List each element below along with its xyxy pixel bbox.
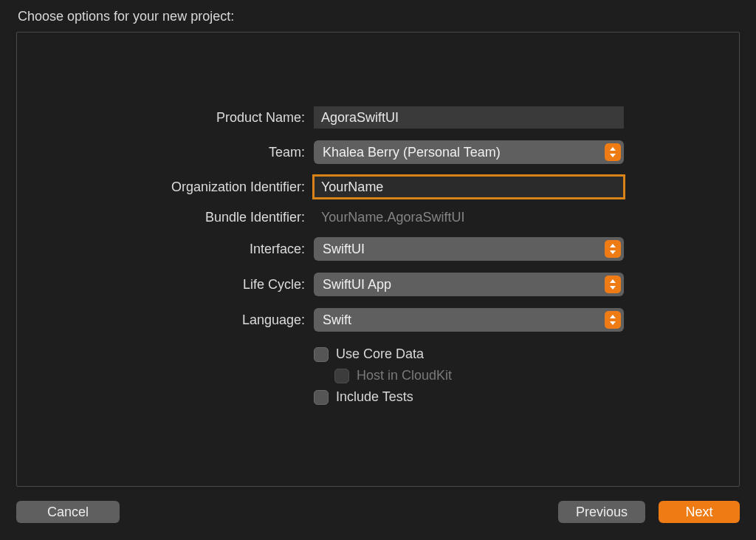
page-title: Choose options for your new project:	[18, 9, 740, 24]
checkbox-icon	[314, 390, 329, 405]
include-tests-checkbox[interactable]: Include Tests	[314, 389, 624, 405]
team-select[interactable]: Khalea Berry (Personal Team)	[314, 140, 624, 164]
team-label: Team:	[269, 145, 305, 160]
updown-stepper-icon	[605, 311, 621, 329]
updown-stepper-icon	[605, 276, 621, 293]
use-core-data-checkbox[interactable]: Use Core Data	[314, 346, 624, 362]
bundle-identifier-value: YourName.AgoraSwiftUI	[314, 210, 624, 225]
cancel-button[interactable]: Cancel	[16, 501, 120, 523]
interface-select[interactable]: SwiftUI	[314, 237, 624, 261]
bundle-identifier-label: Bundle Identifier:	[205, 210, 305, 225]
language-select-value: Swift	[323, 312, 351, 328]
product-name-label: Product Name:	[216, 110, 305, 126]
next-button[interactable]: Next	[659, 501, 740, 523]
language-select[interactable]: Swift	[314, 308, 624, 332]
updown-stepper-icon	[605, 240, 621, 258]
interface-label: Interface:	[250, 242, 305, 257]
checkbox-icon	[334, 369, 349, 383]
updown-stepper-icon	[605, 143, 621, 161]
previous-button[interactable]: Previous	[558, 501, 645, 523]
include-tests-label: Include Tests	[336, 389, 413, 405]
org-identifier-label: Organization Identifier:	[171, 180, 305, 195]
product-name-input[interactable]	[314, 106, 624, 129]
language-label: Language:	[242, 312, 305, 328]
host-cloudkit-label: Host in CloudKit	[357, 368, 452, 383]
life-cycle-label: Life Cycle:	[243, 277, 305, 293]
life-cycle-select[interactable]: SwiftUI App	[314, 273, 624, 296]
checkbox-icon	[314, 347, 329, 362]
dialog-footer: Cancel Previous Next	[16, 487, 740, 524]
use-core-data-label: Use Core Data	[336, 346, 424, 362]
project-options-form: Product Name: Team: Khalea Berry (Person…	[17, 106, 739, 405]
host-cloudkit-checkbox: Host in CloudKit	[314, 368, 624, 383]
org-identifier-input[interactable]	[314, 176, 624, 198]
life-cycle-select-value: SwiftUI App	[323, 277, 391, 293]
interface-select-value: SwiftUI	[323, 242, 365, 257]
options-panel: Product Name: Team: Khalea Berry (Person…	[16, 32, 740, 487]
team-select-value: Khalea Berry (Personal Team)	[323, 145, 501, 160]
